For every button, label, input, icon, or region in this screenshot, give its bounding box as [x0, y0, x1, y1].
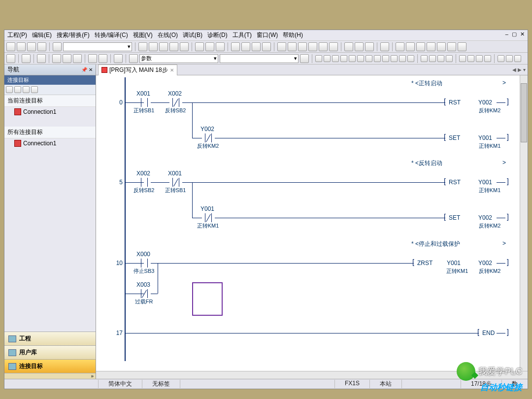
tool-m-icon[interactable]	[329, 42, 338, 51]
menu-edit[interactable]: 编辑(E)	[32, 31, 52, 39]
tool-k-icon[interactable]	[308, 42, 317, 51]
contact-x003-nc[interactable]	[138, 289, 151, 298]
ld-ext7-icon[interactable]	[514, 55, 521, 62]
tool-o-icon[interactable]	[355, 42, 364, 51]
menu-window[interactable]: 窗口(W)	[257, 31, 278, 39]
ld-ext1-icon[interactable]	[459, 55, 466, 62]
ld-ext6-icon[interactable]	[506, 55, 513, 62]
new-icon[interactable]	[6, 42, 15, 51]
ld-f7-icon[interactable]	[332, 55, 339, 62]
contact-y001-nc[interactable]	[202, 213, 215, 222]
tool-x-icon[interactable]	[458, 42, 466, 51]
nav-tb-1-icon[interactable]	[6, 86, 13, 93]
menu-search[interactable]: 搜索/替换(F)	[57, 31, 90, 39]
ld-sf6-icon[interactable]	[366, 55, 372, 62]
nav-tb-4-icon[interactable]	[31, 86, 38, 93]
ld-af8-icon[interactable]	[446, 55, 453, 62]
ld-sf9-icon[interactable]	[391, 55, 398, 62]
print-icon[interactable]	[37, 42, 46, 51]
tool-n-icon[interactable]	[344, 42, 353, 51]
contact-x002[interactable]	[138, 178, 151, 187]
nav-tb-2-icon[interactable]	[14, 86, 21, 93]
tool-a-icon[interactable]	[195, 42, 204, 51]
ld-f5-icon[interactable]	[315, 55, 322, 62]
tool-e-icon[interactable]	[241, 42, 250, 51]
view-c-icon[interactable]	[37, 54, 46, 63]
ld-ext2-icon[interactable]	[467, 55, 474, 62]
nav-btn-connection[interactable]: 连接目标	[4, 359, 96, 373]
menu-debug[interactable]: 调试(B)	[183, 31, 202, 39]
scrollbar-thumb[interactable]	[521, 83, 527, 142]
tool-g-icon[interactable]	[262, 42, 271, 51]
ld-cf10-icon[interactable]	[407, 55, 414, 62]
save-icon[interactable]	[27, 42, 36, 51]
tool-i-icon[interactable]	[288, 42, 297, 51]
editor-tab[interactable]: [PRG]写入 MAIN 18步 ✕	[98, 65, 177, 75]
copy-icon[interactable]	[149, 42, 158, 51]
nav-conn-all[interactable]: Connection1	[4, 138, 96, 148]
contact-x001-nc[interactable]	[169, 178, 182, 187]
view-e-icon[interactable]	[63, 54, 71, 63]
ladder-cursor[interactable]	[192, 282, 223, 316]
ld-ext3-icon[interactable]	[476, 55, 483, 62]
scrollbar-vertical[interactable]	[520, 75, 528, 371]
view-h-icon[interactable]	[99, 54, 107, 63]
tool-r-icon[interactable]	[396, 42, 404, 51]
window-controls[interactable]: – ▢ ✕	[505, 31, 526, 37]
nav-footer[interactable]: »	[4, 373, 96, 379]
ld-sf8-icon[interactable]	[382, 55, 389, 62]
nav-btn-userlib[interactable]: 用户库	[4, 345, 96, 359]
view-f-icon[interactable]	[73, 54, 82, 63]
tool-u-icon[interactable]	[427, 42, 435, 51]
tab-nav-arrows[interactable]: ◀ ▶ ▾	[512, 67, 526, 72]
ld-af6-icon[interactable]	[429, 55, 436, 62]
paste-icon[interactable]	[159, 42, 168, 51]
view-g-icon[interactable]	[88, 54, 97, 63]
tool-s-icon[interactable]	[406, 42, 415, 51]
contact-x000[interactable]	[138, 259, 151, 267]
ld-f8-icon[interactable]	[340, 55, 347, 62]
nav-btn-project[interactable]: 工程	[4, 332, 96, 345]
toolbar-dropdown-1[interactable]: ▾	[63, 42, 132, 51]
redo-icon[interactable]	[169, 42, 178, 51]
undo2-icon[interactable]	[180, 42, 189, 51]
ld-af7-icon[interactable]	[437, 55, 444, 62]
tool-l-icon[interactable]	[319, 42, 328, 51]
menu-project[interactable]: 工程(P)	[7, 31, 27, 39]
contact-y002-nc[interactable]	[202, 133, 215, 142]
nav-pin-icon[interactable]: 📌 ✕	[81, 67, 93, 72]
view-k-icon[interactable]	[300, 54, 309, 63]
param-dropdown[interactable]: 参数▾	[139, 54, 218, 63]
cut-icon[interactable]	[138, 42, 147, 51]
nav-conn-current[interactable]: Connection1	[4, 107, 96, 117]
contact-x002-nc[interactable]	[169, 98, 182, 107]
ld-f6-icon[interactable]	[324, 55, 331, 62]
tool-d-icon[interactable]	[231, 42, 240, 51]
ld-ext5-icon[interactable]	[498, 55, 504, 62]
ld-f9-icon[interactable]	[349, 55, 356, 62]
view-j-icon[interactable]	[129, 54, 138, 63]
menu-online[interactable]: 在线(O)	[158, 31, 178, 39]
tool-t-icon[interactable]	[416, 42, 425, 51]
view-d-icon[interactable]	[52, 54, 61, 63]
ld-ext4-icon[interactable]	[484, 55, 491, 62]
menu-convert[interactable]: 转换/编译(C)	[95, 31, 128, 39]
view-a-icon[interactable]	[6, 54, 15, 63]
open-icon[interactable]	[17, 42, 26, 51]
undo-icon[interactable]	[53, 42, 62, 51]
view-i-icon[interactable]	[114, 54, 123, 63]
tool-p-icon[interactable]	[365, 42, 374, 51]
tool-j-icon[interactable]	[298, 42, 307, 51]
tool-v-icon[interactable]	[437, 42, 446, 51]
tool-w-icon[interactable]	[447, 42, 456, 51]
tab-close-icon[interactable]: ✕	[170, 67, 174, 73]
tool-f-icon[interactable]	[252, 42, 261, 51]
ld-cf9-icon[interactable]	[399, 55, 406, 62]
menu-diagnose[interactable]: 诊断(D)	[207, 31, 228, 39]
tool-b-icon[interactable]	[205, 42, 214, 51]
menu-tools[interactable]: 工具(T)	[233, 31, 252, 39]
view-b-icon[interactable]	[22, 54, 31, 63]
nav-tb-3-icon[interactable]	[23, 86, 30, 93]
tool-q-icon[interactable]	[380, 42, 389, 51]
contact-x001[interactable]	[138, 98, 151, 107]
